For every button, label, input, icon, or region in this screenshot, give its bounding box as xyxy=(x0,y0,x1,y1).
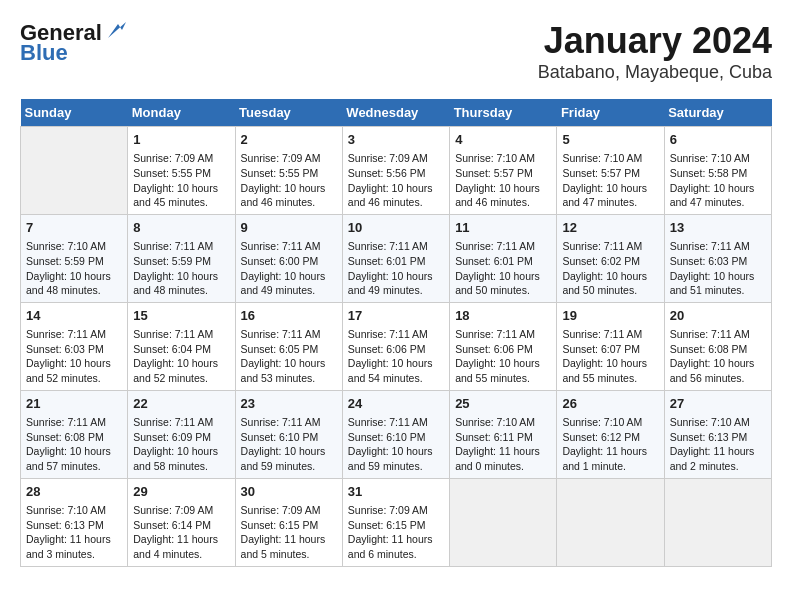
day-info: Sunrise: 7:11 AM Sunset: 6:08 PM Dayligh… xyxy=(26,415,122,474)
day-info: Sunrise: 7:11 AM Sunset: 6:04 PM Dayligh… xyxy=(133,327,229,386)
day-number: 17 xyxy=(348,307,444,325)
day-number: 10 xyxy=(348,219,444,237)
column-header-saturday: Saturday xyxy=(664,99,771,127)
day-cell: 31Sunrise: 7:09 AM Sunset: 6:15 PM Dayli… xyxy=(342,478,449,566)
day-cell: 15Sunrise: 7:11 AM Sunset: 6:04 PM Dayli… xyxy=(128,302,235,390)
day-cell: 14Sunrise: 7:11 AM Sunset: 6:03 PM Dayli… xyxy=(21,302,128,390)
day-info: Sunrise: 7:09 AM Sunset: 5:56 PM Dayligh… xyxy=(348,151,444,210)
day-cell: 13Sunrise: 7:11 AM Sunset: 6:03 PM Dayli… xyxy=(664,214,771,302)
day-info: Sunrise: 7:10 AM Sunset: 5:57 PM Dayligh… xyxy=(455,151,551,210)
day-info: Sunrise: 7:11 AM Sunset: 6:03 PM Dayligh… xyxy=(26,327,122,386)
day-info: Sunrise: 7:11 AM Sunset: 6:06 PM Dayligh… xyxy=(455,327,551,386)
day-info: Sunrise: 7:11 AM Sunset: 6:00 PM Dayligh… xyxy=(241,239,337,298)
day-cell: 9Sunrise: 7:11 AM Sunset: 6:00 PM Daylig… xyxy=(235,214,342,302)
day-cell: 26Sunrise: 7:10 AM Sunset: 6:12 PM Dayli… xyxy=(557,390,664,478)
day-number: 23 xyxy=(241,395,337,413)
column-header-monday: Monday xyxy=(128,99,235,127)
day-cell: 7Sunrise: 7:10 AM Sunset: 5:59 PM Daylig… xyxy=(21,214,128,302)
day-number: 27 xyxy=(670,395,766,413)
day-cell: 16Sunrise: 7:11 AM Sunset: 6:05 PM Dayli… xyxy=(235,302,342,390)
day-number: 9 xyxy=(241,219,337,237)
day-number: 4 xyxy=(455,131,551,149)
day-cell: 22Sunrise: 7:11 AM Sunset: 6:09 PM Dayli… xyxy=(128,390,235,478)
day-info: Sunrise: 7:10 AM Sunset: 6:13 PM Dayligh… xyxy=(26,503,122,562)
day-number: 15 xyxy=(133,307,229,325)
week-row-4: 21Sunrise: 7:11 AM Sunset: 6:08 PM Dayli… xyxy=(21,390,772,478)
day-cell: 11Sunrise: 7:11 AM Sunset: 6:01 PM Dayli… xyxy=(450,214,557,302)
day-info: Sunrise: 7:11 AM Sunset: 6:03 PM Dayligh… xyxy=(670,239,766,298)
day-cell: 6Sunrise: 7:10 AM Sunset: 5:58 PM Daylig… xyxy=(664,127,771,215)
week-row-2: 7Sunrise: 7:10 AM Sunset: 5:59 PM Daylig… xyxy=(21,214,772,302)
week-row-5: 28Sunrise: 7:10 AM Sunset: 6:13 PM Dayli… xyxy=(21,478,772,566)
day-cell: 29Sunrise: 7:09 AM Sunset: 6:14 PM Dayli… xyxy=(128,478,235,566)
day-cell: 28Sunrise: 7:10 AM Sunset: 6:13 PM Dayli… xyxy=(21,478,128,566)
page-header: General Blue January 2024 Batabano, Maya… xyxy=(20,20,772,83)
day-cell xyxy=(664,478,771,566)
day-cell: 30Sunrise: 7:09 AM Sunset: 6:15 PM Dayli… xyxy=(235,478,342,566)
column-header-friday: Friday xyxy=(557,99,664,127)
day-cell: 2Sunrise: 7:09 AM Sunset: 5:55 PM Daylig… xyxy=(235,127,342,215)
day-number: 13 xyxy=(670,219,766,237)
logo-bird-icon xyxy=(104,20,126,42)
day-info: Sunrise: 7:11 AM Sunset: 6:05 PM Dayligh… xyxy=(241,327,337,386)
day-info: Sunrise: 7:11 AM Sunset: 6:02 PM Dayligh… xyxy=(562,239,658,298)
day-info: Sunrise: 7:10 AM Sunset: 5:58 PM Dayligh… xyxy=(670,151,766,210)
day-number: 1 xyxy=(133,131,229,149)
day-cell: 1Sunrise: 7:09 AM Sunset: 5:55 PM Daylig… xyxy=(128,127,235,215)
day-info: Sunrise: 7:10 AM Sunset: 5:59 PM Dayligh… xyxy=(26,239,122,298)
day-info: Sunrise: 7:09 AM Sunset: 6:14 PM Dayligh… xyxy=(133,503,229,562)
day-info: Sunrise: 7:10 AM Sunset: 6:12 PM Dayligh… xyxy=(562,415,658,474)
day-cell: 8Sunrise: 7:11 AM Sunset: 5:59 PM Daylig… xyxy=(128,214,235,302)
day-info: Sunrise: 7:09 AM Sunset: 5:55 PM Dayligh… xyxy=(133,151,229,210)
day-number: 22 xyxy=(133,395,229,413)
day-number: 6 xyxy=(670,131,766,149)
day-cell: 18Sunrise: 7:11 AM Sunset: 6:06 PM Dayli… xyxy=(450,302,557,390)
day-number: 30 xyxy=(241,483,337,501)
day-info: Sunrise: 7:11 AM Sunset: 6:08 PM Dayligh… xyxy=(670,327,766,386)
day-info: Sunrise: 7:11 AM Sunset: 6:09 PM Dayligh… xyxy=(133,415,229,474)
day-number: 11 xyxy=(455,219,551,237)
column-header-thursday: Thursday xyxy=(450,99,557,127)
day-info: Sunrise: 7:11 AM Sunset: 6:06 PM Dayligh… xyxy=(348,327,444,386)
day-info: Sunrise: 7:11 AM Sunset: 6:01 PM Dayligh… xyxy=(348,239,444,298)
day-number: 8 xyxy=(133,219,229,237)
day-number: 18 xyxy=(455,307,551,325)
day-number: 3 xyxy=(348,131,444,149)
day-cell: 4Sunrise: 7:10 AM Sunset: 5:57 PM Daylig… xyxy=(450,127,557,215)
day-cell: 17Sunrise: 7:11 AM Sunset: 6:06 PM Dayli… xyxy=(342,302,449,390)
day-number: 12 xyxy=(562,219,658,237)
day-number: 16 xyxy=(241,307,337,325)
day-cell: 24Sunrise: 7:11 AM Sunset: 6:10 PM Dayli… xyxy=(342,390,449,478)
day-cell: 27Sunrise: 7:10 AM Sunset: 6:13 PM Dayli… xyxy=(664,390,771,478)
day-number: 19 xyxy=(562,307,658,325)
day-number: 20 xyxy=(670,307,766,325)
day-number: 2 xyxy=(241,131,337,149)
day-number: 7 xyxy=(26,219,122,237)
day-info: Sunrise: 7:11 AM Sunset: 5:59 PM Dayligh… xyxy=(133,239,229,298)
column-header-sunday: Sunday xyxy=(21,99,128,127)
day-cell: 20Sunrise: 7:11 AM Sunset: 6:08 PM Dayli… xyxy=(664,302,771,390)
day-number: 5 xyxy=(562,131,658,149)
logo-blue: Blue xyxy=(20,40,68,66)
day-number: 28 xyxy=(26,483,122,501)
week-row-3: 14Sunrise: 7:11 AM Sunset: 6:03 PM Dayli… xyxy=(21,302,772,390)
calendar-subtitle: Batabano, Mayabeque, Cuba xyxy=(538,62,772,83)
calendar-table: SundayMondayTuesdayWednesdayThursdayFrid… xyxy=(20,99,772,567)
day-info: Sunrise: 7:10 AM Sunset: 5:57 PM Dayligh… xyxy=(562,151,658,210)
day-cell xyxy=(557,478,664,566)
column-header-tuesday: Tuesday xyxy=(235,99,342,127)
day-cell: 5Sunrise: 7:10 AM Sunset: 5:57 PM Daylig… xyxy=(557,127,664,215)
logo: General Blue xyxy=(20,20,126,66)
week-row-1: 1Sunrise: 7:09 AM Sunset: 5:55 PM Daylig… xyxy=(21,127,772,215)
day-number: 21 xyxy=(26,395,122,413)
day-cell: 3Sunrise: 7:09 AM Sunset: 5:56 PM Daylig… xyxy=(342,127,449,215)
day-number: 31 xyxy=(348,483,444,501)
day-number: 14 xyxy=(26,307,122,325)
day-info: Sunrise: 7:11 AM Sunset: 6:10 PM Dayligh… xyxy=(348,415,444,474)
day-cell: 25Sunrise: 7:10 AM Sunset: 6:11 PM Dayli… xyxy=(450,390,557,478)
calendar-title: January 2024 xyxy=(538,20,772,62)
day-info: Sunrise: 7:09 AM Sunset: 5:55 PM Dayligh… xyxy=(241,151,337,210)
svg-marker-0 xyxy=(108,22,126,38)
day-cell: 10Sunrise: 7:11 AM Sunset: 6:01 PM Dayli… xyxy=(342,214,449,302)
day-cell: 23Sunrise: 7:11 AM Sunset: 6:10 PM Dayli… xyxy=(235,390,342,478)
